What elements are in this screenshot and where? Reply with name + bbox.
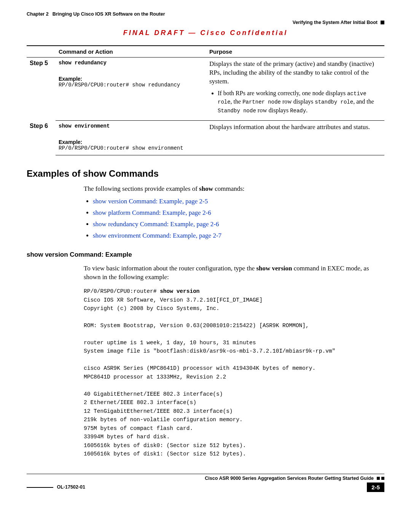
list-item: show redundancy Command: Example, page 2…	[93, 220, 384, 229]
example-label: Example:	[59, 139, 203, 145]
example-label: Example:	[59, 76, 203, 82]
console-output: RP/0/RSP0/CPU0:router# show version Cisc…	[84, 287, 384, 458]
guide-title: Cisco ASR 9000 Series Aggregation Servic…	[205, 476, 374, 481]
xref-link[interactable]: show environment Command: Example, page …	[93, 232, 221, 239]
command-name: show environment	[59, 123, 203, 129]
section-title-right: Verifying the System After Initial Boot	[293, 20, 378, 25]
chapter-label: Chapter 2	[27, 11, 49, 17]
purpose-bullet: If both RPs are working correctly, one n…	[218, 89, 381, 115]
list-item: show platform Command: Example, page 2-6	[93, 208, 384, 217]
header-marker-icon	[381, 21, 384, 24]
purpose-text: Displays the state of the primary (activ…	[209, 60, 381, 86]
section-intro: The following sections provide examples …	[84, 184, 384, 240]
table-row: Step 6 show environment Example: RP/0/RS…	[27, 120, 384, 155]
list-item: show environment Command: Example, page …	[93, 231, 384, 240]
col-header-command: Command or Action	[56, 46, 206, 58]
doc-id: OL-17502-01	[57, 484, 85, 490]
step-label: Step 6	[27, 120, 56, 155]
table-row: Step 5 show redundancy Example: RP/0/RSP…	[27, 58, 384, 121]
xref-link[interactable]: show version Command: Example, page 2-5	[93, 198, 208, 205]
col-header-purpose: Purpose	[206, 46, 384, 58]
link-list: show version Command: Example, page 2-5 …	[84, 197, 384, 240]
list-item: show version Command: Example, page 2-5	[93, 197, 384, 206]
section-heading: Examples of show Commands	[27, 168, 384, 179]
xref-link[interactable]: show redundancy Command: Example, page 2…	[93, 220, 219, 228]
command-table: Command or Action Purpose Step 5 show re…	[27, 45, 384, 155]
page-footer: Cisco ASR 9000 Series Aggregation Servic…	[27, 474, 384, 492]
purpose-bullet-list: If both RPs are working correctly, one n…	[209, 89, 381, 115]
step-label: Step 5	[27, 58, 56, 121]
page-header: Chapter 2 Bringing Up Cisco IOS XR Softw…	[27, 11, 384, 25]
page-number: 2-5	[367, 482, 384, 492]
xref-link[interactable]: show platform Command: Example, page 2-6	[93, 209, 211, 216]
example-command: RP/0/RSP0/CPU0:router# show redundancy	[59, 82, 203, 88]
footer-marker-icon	[381, 477, 384, 480]
chapter-title: Bringing Up Cisco IOS XR Software on the…	[53, 11, 165, 17]
footer-rule-icon	[27, 487, 53, 488]
confidential-banner: FINAL DRAFT — Cisco Confidential	[27, 29, 384, 37]
purpose-text: Displays information about the hardware …	[209, 123, 381, 132]
subsection-body: To view basic information about the rout…	[84, 264, 384, 459]
example-command: RP/0/RSP0/CPU0:router# show environment	[59, 145, 203, 151]
footer-marker-icon	[377, 477, 380, 480]
page: Chapter 2 Bringing Up Cisco IOS XR Softw…	[0, 0, 411, 507]
command-name: show redundancy	[59, 60, 203, 66]
subsection-heading: show version Command: Example	[27, 251, 384, 259]
